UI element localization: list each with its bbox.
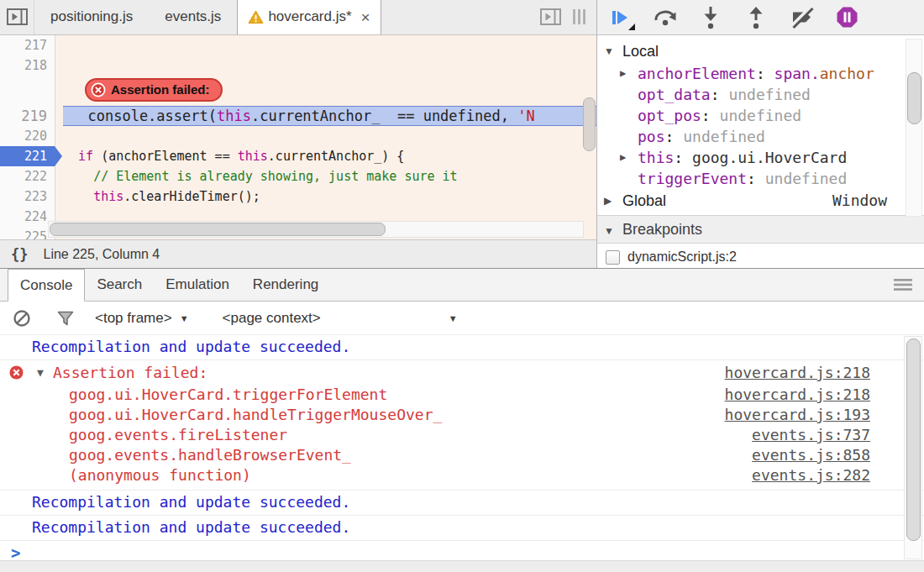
triangle-down-icon[interactable]: ▼ (37, 361, 44, 384)
frame-select[interactable]: <top frame> ▼ (95, 310, 189, 327)
breakpoint-label: dynamicScript.js:2 (627, 249, 737, 265)
step-over-button[interactable] (653, 5, 678, 30)
error-text: goog.events.fireListener (0, 426, 287, 443)
triangle-right-icon[interactable]: ▶ (620, 147, 626, 168)
scope-variable-opt_pos[interactable]: opt_pos: undefined (597, 105, 924, 126)
resume-button[interactable] (607, 5, 633, 30)
sources-panel: positioning.jsevents.jshovercard.js*× 21… (0, 0, 924, 268)
code-line[interactable] (55, 35, 596, 55)
line-number[interactable]: 223 (0, 186, 55, 207)
file-tab-hovercard-js[interactable]: hovercard.js*× (237, 0, 381, 34)
console-drawer: ConsoleSearchEmulationRendering <top fra… (0, 268, 924, 572)
triangle-right-icon[interactable]: ▶ (604, 189, 612, 213)
line-number[interactable]: 218 (0, 55, 55, 76)
pretty-print-icon[interactable]: {} (11, 246, 28, 263)
source-link[interactable]: hovercard.js:218 (725, 385, 870, 405)
sidebar-scrollbar-thumb[interactable] (907, 72, 921, 124)
scope-variable-pos[interactable]: pos: undefined (597, 126, 924, 147)
drawer-menu-icon[interactable] (894, 269, 924, 301)
error-stack-row: goog.events.handleBrowserEvent_events.js… (0, 445, 924, 465)
step-into-icon (701, 5, 720, 29)
toggle-editor-pane-icon[interactable] (539, 7, 562, 27)
code-line[interactable] (55, 55, 596, 76)
error-text: goog.ui.HoverCard.handleTriggerMouseOver… (0, 406, 442, 423)
deactivate-breakpoints-button[interactable] (789, 5, 814, 30)
file-tab-bar: positioning.jsevents.jshovercard.js*× (0, 0, 596, 35)
frame-select-value: <top frame> (95, 310, 172, 327)
variable-value: span. (774, 65, 820, 82)
tab-emulation[interactable]: Emulation (154, 269, 241, 301)
scope-variable-triggerEvent[interactable]: triggerEvent: undefined (597, 168, 924, 189)
drawer-tab-label: Console (20, 277, 72, 294)
step-into-button[interactable] (698, 5, 723, 30)
code-line[interactable] (55, 126, 596, 146)
scope-section-global[interactable]: ▶GlobalWindow (597, 189, 924, 213)
scope-section-label: Local (622, 43, 659, 60)
show-navigator-icon[interactable] (0, 0, 34, 34)
code-row-218: 218 (0, 55, 596, 76)
source-link[interactable]: events.js:737 (752, 425, 870, 445)
step-out-button[interactable] (743, 5, 769, 30)
line-number[interactable]: 221 (0, 146, 55, 166)
breakpoint-checkbox[interactable] (606, 250, 620, 265)
breakpoint-item[interactable]: dynamicScript.js:2 (597, 244, 924, 265)
source-link[interactable]: events.js:282 (752, 465, 870, 485)
code-token (63, 149, 78, 164)
variable-name: opt_pos (638, 107, 701, 124)
breakpoints-header-label: Breakpoints (622, 221, 702, 238)
line-number[interactable]: 219 (0, 106, 55, 126)
chevron-down-icon[interactable]: ▼ (449, 313, 458, 323)
source-link[interactable]: hovercard.js:193 (725, 405, 870, 425)
breakpoints-section-header[interactable]: ▼ Breakpoints (597, 215, 924, 244)
tab-rendering[interactable]: Rendering (241, 269, 330, 301)
code-line[interactable]: if (anchorElement == this.currentAnchor_… (55, 146, 596, 166)
error-stack-row: (anonymous function)events.js:282 (0, 465, 924, 485)
filter-icon[interactable] (55, 307, 76, 329)
close-tab-icon[interactable]: × (361, 9, 370, 25)
file-tab-events-js[interactable]: events.js (149, 0, 237, 34)
scope-section-local[interactable]: ▼Local (597, 39, 924, 63)
editor-horizontal-scrollbar-thumb[interactable] (50, 223, 386, 236)
scope-variable-this[interactable]: ▶this: goog.ui.HoverCard (597, 147, 924, 168)
file-tab-positioning-js[interactable]: positioning.js (34, 0, 149, 34)
code-token (63, 169, 93, 184)
tab-search[interactable]: Search (85, 269, 154, 301)
editor-horizontal-scrollbar[interactable] (48, 221, 584, 238)
editor-status-bar: {} Line 225, Column 4 (0, 239, 596, 268)
line-number[interactable]: 222 (0, 166, 55, 186)
source-link[interactable]: hovercard.js:218 (725, 361, 870, 384)
context-select[interactable]: <page context> (223, 310, 321, 327)
triangle-right-icon[interactable]: ▶ (620, 63, 626, 84)
console-prompt[interactable]: > (0, 541, 924, 560)
tab-console[interactable]: Console (8, 269, 85, 302)
colon: : (674, 149, 692, 166)
more-tabs-icon[interactable] (572, 8, 586, 25)
line-number[interactable]: 217 (0, 35, 55, 55)
triangle-down-icon[interactable]: ▼ (604, 39, 614, 63)
code-token: .currentAnchor_) { (268, 149, 405, 164)
line-gutter[interactable] (0, 76, 55, 106)
error-stack-row: goog.events.fireListenerevents.js:737 (0, 425, 924, 445)
pause-on-exceptions-button[interactable] (834, 5, 859, 30)
code-line[interactable]: this.clearHideTimer(); (55, 186, 596, 207)
console-scrollbar-thumb[interactable] (906, 338, 921, 541)
code-line[interactable]: console.assert(this.currentAnchor_ == un… (63, 106, 596, 126)
drawer-tabs: ConsoleSearchEmulationRendering (8, 269, 330, 301)
variable-value: goog.ui.HoverCard (692, 149, 847, 166)
code-token: this (93, 189, 123, 204)
scope-variable-opt_data[interactable]: opt_data: undefined (597, 84, 924, 105)
code-editor[interactable]: 217218Assertion failed:219 console.asser… (0, 35, 596, 239)
warning-icon (248, 10, 264, 24)
editor-vertical-scrollbar-thumb[interactable] (583, 97, 596, 151)
error-text: goog.events.handleBrowserEvent_ (0, 446, 351, 464)
source-link[interactable]: events.js:858 (752, 445, 870, 465)
code-row-222: 222 // Element is already showing, just … (0, 166, 596, 186)
code-line[interactable]: // Element is already showing, just make… (55, 166, 596, 186)
console-messages: Recompilation and update succeeded.▼Asse… (0, 335, 924, 560)
scope-section-label: Global (622, 192, 666, 209)
step-out-icon (747, 5, 765, 29)
clear-console-icon[interactable] (11, 307, 33, 329)
line-number[interactable]: 220 (0, 126, 55, 146)
error-stack-row: goog.ui.HoverCard.handleTriggerMouseOver… (0, 405, 924, 425)
scope-variable-anchorElement[interactable]: ▶anchorElement: span.anchor (597, 63, 924, 84)
